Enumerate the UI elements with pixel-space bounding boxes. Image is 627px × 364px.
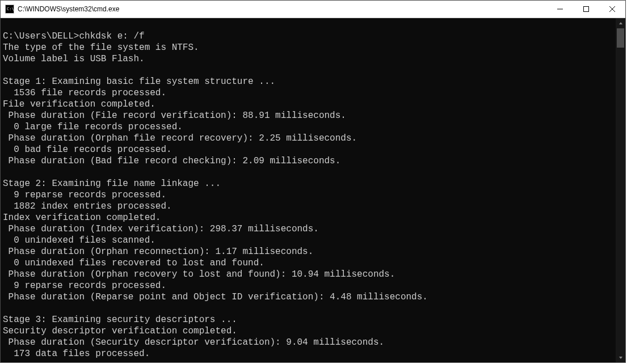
console-line — [3, 303, 613, 314]
console-line: Phase duration (File record verification… — [3, 110, 613, 121]
svg-text:C:\: C:\ — [7, 7, 14, 11]
console-line: 1536 file records processed. — [3, 87, 613, 99]
titlebar[interactable]: C:\ C:\WINDOWS\system32\cmd.exe — [1, 1, 625, 18]
console-line: 1882 index entries processed. — [3, 201, 613, 212]
console-line: Phase duration (Index verification): 298… — [3, 223, 613, 235]
console-line: Security descriptor verification complet… — [3, 325, 613, 337]
close-button[interactable] — [599, 1, 625, 18]
console-line: Volume label is USB Flash. — [3, 53, 613, 65]
console-line: 9 reparse records processed. — [3, 280, 613, 291]
console-line: 0 unindexed files recovered to lost and … — [3, 257, 613, 269]
console-line: Phase duration (Bad file record checking… — [3, 155, 613, 167]
console-line — [3, 19, 613, 31]
console-line: File verification completed. — [3, 99, 613, 110]
console-line: 9 reparse records processed. — [3, 189, 613, 201]
scrollbar-thumb[interactable] — [617, 28, 624, 48]
window-title: C:\WINDOWS\system32\cmd.exe — [18, 5, 547, 13]
cmd-icon: C:\ — [5, 5, 14, 14]
window-controls — [547, 1, 625, 18]
client-area: C:\Users\DELL>chkdsk e: /fThe type of th… — [1, 18, 625, 362]
console-line: C:\Users\DELL>chkdsk e: /f — [3, 31, 613, 42]
console-line: Phase duration (Security descriptor veri… — [3, 337, 613, 348]
console-line: 0 bad file records processed. — [3, 144, 613, 155]
console-output[interactable]: C:\Users\DELL>chkdsk e: /fThe type of th… — [1, 18, 616, 362]
console-line: The type of the file system is NTFS. — [3, 42, 613, 53]
console-line: Stage 1: Examining basic file system str… — [3, 76, 613, 87]
svg-marker-8 — [619, 357, 622, 359]
console-line: 0 large file records processed. — [3, 121, 613, 133]
console-line — [3, 65, 613, 76]
console-line: Stage 2: Examining file name linkage ... — [3, 178, 613, 189]
console-line: Index verification completed. — [3, 212, 613, 223]
scroll-down-arrow-icon[interactable] — [616, 353, 625, 362]
maximize-button[interactable] — [573, 1, 599, 18]
console-line: Phase duration (Orphan reconnection): 1.… — [3, 246, 613, 257]
svg-rect-4 — [584, 7, 589, 12]
svg-marker-7 — [619, 22, 622, 24]
scroll-up-arrow-icon[interactable] — [616, 18, 625, 28]
console-line: Phase duration (Reparse point and Object… — [3, 291, 613, 303]
vertical-scrollbar[interactable] — [616, 18, 625, 362]
cmd-window: C:\ C:\WINDOWS\system32\cmd.exe C:\Users… — [0, 0, 626, 363]
console-line: Phase duration (Orphan recovery to lost … — [3, 269, 613, 280]
console-line: 173 data files processed. — [3, 348, 613, 359]
console-line: Phase duration (Orphan file record recov… — [3, 133, 613, 144]
console-line: 0 unindexed files scanned. — [3, 235, 613, 246]
minimize-button[interactable] — [547, 1, 573, 18]
console-line: Stage 3: Examining security descriptors … — [3, 314, 613, 325]
console-line — [3, 167, 613, 178]
